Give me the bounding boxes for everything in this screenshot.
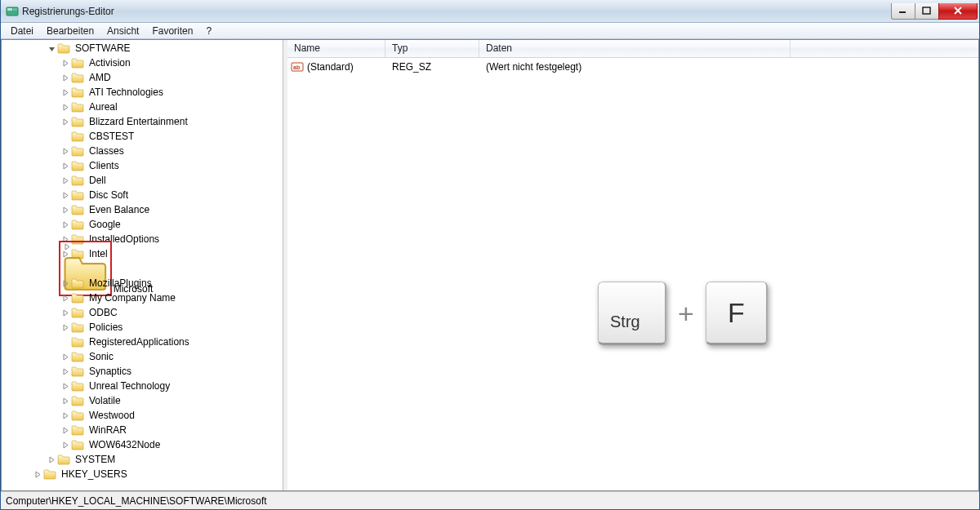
minimize-button[interactable] (891, 3, 915, 20)
tree-node[interactable]: HKEY_USERS (2, 467, 283, 481)
tree-node-label: Westwood (87, 409, 136, 422)
tree-node[interactable]: InstalledOptions (2, 232, 283, 246)
tree-node[interactable]: WinRAR (2, 423, 283, 437)
list-panel: Name Typ Daten ab(Standard)REG_SZ(Wert n… (287, 40, 978, 490)
expand-icon[interactable] (60, 146, 70, 156)
column-daten[interactable]: Daten (479, 40, 791, 57)
expand-icon[interactable] (60, 322, 70, 332)
tree-node[interactable]: Westwood (2, 408, 283, 423)
tree-node[interactable]: Classes (2, 144, 283, 158)
expand-icon[interactable] (60, 293, 70, 303)
svg-rect-1 (7, 8, 12, 11)
tree-node[interactable]: Synaptics (2, 364, 283, 379)
tree-node-label: WOW6432Node (87, 438, 162, 451)
tree-node[interactable]: WOW6432Node (2, 437, 283, 452)
tree-node[interactable]: AMD (2, 70, 283, 85)
menu-ansicht[interactable]: Ansicht (100, 24, 145, 38)
tree-node-label: Unreal Technology (87, 379, 172, 392)
tree-node[interactable]: ODBC (2, 305, 283, 320)
expand-icon[interactable] (60, 161, 70, 171)
tree-node[interactable]: Sonic (2, 349, 283, 364)
expand-icon[interactable] (60, 117, 70, 126)
tree-node[interactable]: Aureal (2, 100, 283, 114)
list-header: Name Typ Daten (287, 40, 978, 58)
tree-node[interactable]: Google (2, 217, 283, 232)
column-empty[interactable] (791, 40, 978, 57)
folder-icon (71, 72, 84, 83)
registry-editor-window: Registrierungs-Editor Datei Bearbeiten A… (0, 0, 980, 510)
folder-icon (71, 116, 84, 127)
folder-icon (71, 204, 84, 215)
expand-icon[interactable] (60, 87, 70, 97)
close-button[interactable] (938, 3, 978, 20)
expand-icon[interactable] (60, 440, 70, 450)
expand-icon[interactable] (60, 278, 70, 288)
folder-icon (71, 351, 84, 362)
tree-scroll[interactable]: SOFTWAREActivisionAMDATI TechnologiesAur… (2, 40, 283, 490)
expand-icon[interactable] (60, 220, 70, 229)
tree-node[interactable]: Volatile (2, 393, 283, 408)
expand-icon[interactable] (60, 308, 70, 317)
tree-node[interactable]: ATI Technologies (2, 85, 283, 100)
tree-node[interactable]: SOFTWARE (2, 41, 283, 55)
tree-node[interactable]: Activision (2, 55, 283, 70)
tree-node[interactable]: Disc Soft (2, 188, 283, 202)
tree-node-label: Google (87, 218, 122, 231)
folder-icon (71, 57, 84, 69)
menu-datei[interactable]: Datei (4, 24, 40, 38)
menu-favoriten[interactable]: Favoriten (145, 24, 199, 38)
tree-node-label: SYSTEM (74, 453, 117, 466)
tree-node[interactable]: My Company Name (2, 290, 283, 305)
column-typ[interactable]: Typ (385, 40, 479, 57)
tree-node[interactable]: Microsoft (2, 261, 283, 276)
expand-icon[interactable] (60, 366, 70, 376)
expand-icon[interactable] (60, 396, 70, 406)
folder-icon (57, 42, 70, 54)
tree-node[interactable]: Intel (2, 246, 283, 261)
body-area: SOFTWAREActivisionAMDATI TechnologiesAur… (1, 39, 979, 491)
tree-node-label: Synaptics (87, 365, 133, 378)
folder-icon (71, 366, 84, 377)
folder-icon (71, 307, 84, 318)
folder-icon (71, 322, 84, 333)
cell-name: (Standard) (307, 61, 389, 73)
tree-node[interactable]: Unreal Technology (2, 379, 283, 393)
list-row[interactable]: ab(Standard)REG_SZ(Wert nicht festgelegt… (287, 60, 978, 74)
tree-node-label: Disc Soft (87, 188, 130, 202)
column-name[interactable]: Name (287, 40, 385, 57)
tree-node[interactable]: Clients (2, 158, 283, 173)
tree-node-label: ATI Technologies (87, 86, 165, 99)
tree-node[interactable]: Dell (2, 173, 283, 188)
tree-node[interactable]: Blizzard Entertainment (2, 114, 283, 129)
expand-icon[interactable] (60, 381, 70, 391)
tree-node[interactable]: CBSTEST (2, 129, 283, 144)
tree-node[interactable]: SYSTEM (2, 452, 283, 467)
expand-icon[interactable] (60, 352, 70, 361)
maximize-button[interactable] (915, 3, 939, 20)
list-body[interactable]: ab(Standard)REG_SZ(Wert nicht festgelegt… (287, 58, 978, 490)
tree-node[interactable]: RegisteredApplications (2, 335, 283, 349)
expand-icon[interactable] (60, 175, 70, 185)
expand-icon[interactable] (60, 58, 70, 68)
menu-help[interactable]: ? (199, 24, 218, 38)
expand-icon[interactable] (60, 337, 70, 347)
expand-icon[interactable] (47, 455, 56, 464)
tree-node[interactable]: Policies (2, 320, 283, 335)
expand-icon[interactable] (60, 410, 70, 420)
expand-icon[interactable] (33, 469, 42, 479)
expand-icon[interactable] (60, 102, 70, 112)
expand-icon[interactable] (60, 205, 70, 215)
expand-icon[interactable] (60, 190, 70, 200)
menu-bearbeiten[interactable]: Bearbeiten (40, 24, 100, 38)
collapse-icon[interactable] (47, 43, 56, 53)
expand-icon[interactable] (60, 73, 70, 82)
tree-node[interactable]: MozillaPlugins (2, 276, 283, 290)
folder-icon (71, 219, 84, 230)
tree-node-label: MozillaPlugins (87, 277, 154, 290)
tree-node-label: Activision (87, 56, 132, 69)
expand-icon[interactable] (62, 242, 72, 252)
tree-node[interactable]: Even Balance (2, 202, 283, 217)
expand-icon[interactable] (60, 425, 70, 435)
tree-node-label: WinRAR (87, 424, 128, 437)
expand-icon[interactable] (60, 131, 70, 141)
